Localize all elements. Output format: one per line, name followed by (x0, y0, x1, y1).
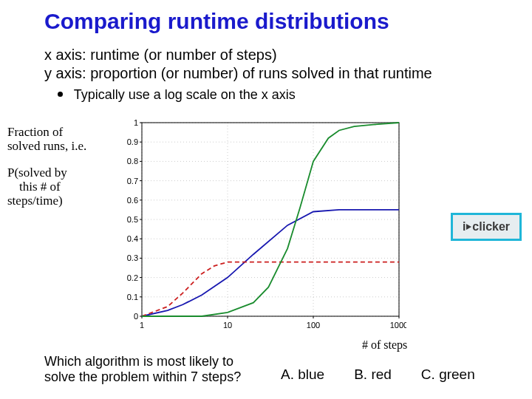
answer-row: A. blue B. red C. green (281, 366, 525, 383)
svg-text:0.4: 0.4 (127, 234, 138, 243)
iclicker-text-clicker: clicker (472, 220, 510, 233)
svg-text:0.5: 0.5 (127, 215, 138, 224)
slide-title: Comparing runtime distributions (44, 9, 502, 34)
play-icon (466, 224, 471, 230)
y-label-2b: this # of (19, 180, 103, 194)
iclicker-badge: i clicker (451, 213, 522, 241)
x-axis-label: # of steps (362, 338, 407, 352)
bullet-item: Typically use a log scale on the x axis (58, 87, 296, 103)
svg-text:0.1: 0.1 (127, 293, 138, 301)
iclicker-text-i: i (463, 220, 466, 233)
chart-svg: 00.10.20.30.40.50.60.70.80.911101001000 (111, 115, 406, 337)
chart: 00.10.20.30.40.50.60.70.80.911101001000 (111, 115, 406, 337)
y-label-1b: solved runs, i.e. (7, 140, 103, 154)
axis-description: x axis: runtime (or number of steps) y a… (44, 46, 517, 83)
svg-text:0.2: 0.2 (127, 273, 138, 282)
question-line1: Which algorithm is most likely to (44, 354, 266, 370)
y-axis-label-group: Fraction of solved runs, i.e. P(solved b… (7, 126, 103, 208)
bullet-text: Typically use a log scale on the x axis (74, 87, 296, 102)
svg-text:0: 0 (134, 312, 138, 321)
svg-text:100: 100 (307, 321, 320, 330)
x-axis-desc: x axis: runtime (or number of steps) (44, 46, 517, 64)
svg-text:1: 1 (134, 118, 138, 127)
svg-text:0.8: 0.8 (127, 157, 138, 166)
answer-c[interactable]: C. green (421, 366, 475, 383)
svg-text:0.3: 0.3 (127, 253, 138, 262)
answer-a[interactable]: A. blue (281, 366, 324, 383)
svg-text:0.7: 0.7 (127, 177, 138, 185)
svg-text:0.6: 0.6 (127, 196, 138, 205)
y-label-2c: steps/time) (7, 194, 103, 208)
y-label-1a: Fraction of (7, 126, 103, 140)
svg-text:1: 1 (140, 321, 144, 330)
question-text: Which algorithm is most likely to solve … (44, 354, 266, 386)
svg-text:10: 10 (223, 321, 232, 330)
y-axis-desc: y axis: proportion (or number) of runs s… (44, 64, 517, 83)
svg-text:1000: 1000 (390, 321, 406, 330)
question-line2: solve the problem within 7 steps? (44, 369, 266, 386)
answer-b[interactable]: B. red (354, 366, 392, 383)
bullet-icon (58, 92, 63, 97)
slide: Comparing runtime distributions x axis: … (0, 0, 532, 399)
svg-text:0.9: 0.9 (127, 137, 138, 146)
y-label-2a: P(solved by (7, 166, 103, 180)
